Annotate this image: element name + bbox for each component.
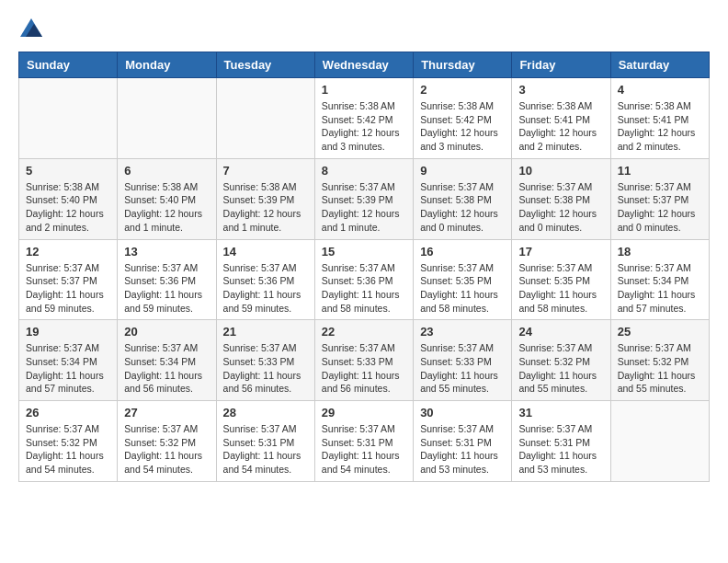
day-info: Sunrise: 5:37 AM Sunset: 5:32 PM Dayligh… xyxy=(26,422,110,477)
page-header xyxy=(18,18,710,37)
calendar-cell: 8Sunrise: 5:37 AM Sunset: 5:39 PM Daylig… xyxy=(314,158,413,239)
calendar-cell: 12Sunrise: 5:37 AM Sunset: 5:37 PM Dayli… xyxy=(19,239,118,320)
column-header-monday: Monday xyxy=(118,52,216,78)
calendar-cell: 27Sunrise: 5:37 AM Sunset: 5:32 PM Dayli… xyxy=(118,401,216,482)
calendar-cell: 20Sunrise: 5:37 AM Sunset: 5:34 PM Dayli… xyxy=(118,320,216,401)
calendar-cell: 30Sunrise: 5:37 AM Sunset: 5:31 PM Dayli… xyxy=(414,401,512,482)
day-number: 1 xyxy=(322,83,406,97)
day-info: Sunrise: 5:37 AM Sunset: 5:31 PM Dayligh… xyxy=(518,422,603,477)
calendar-cell: 10Sunrise: 5:37 AM Sunset: 5:38 PM Dayli… xyxy=(512,158,610,239)
day-info: Sunrise: 5:38 AM Sunset: 5:40 PM Dayligh… xyxy=(26,180,110,235)
calendar-week-row: 19Sunrise: 5:37 AM Sunset: 5:34 PM Dayli… xyxy=(19,320,710,401)
calendar-cell: 16Sunrise: 5:37 AM Sunset: 5:35 PM Dayli… xyxy=(414,239,512,320)
day-info: Sunrise: 5:37 AM Sunset: 5:31 PM Dayligh… xyxy=(420,422,505,477)
day-number: 23 xyxy=(420,325,505,339)
calendar-week-row: 12Sunrise: 5:37 AM Sunset: 5:37 PM Dayli… xyxy=(19,239,710,320)
calendar-cell: 4Sunrise: 5:38 AM Sunset: 5:41 PM Daylig… xyxy=(610,78,709,159)
calendar-cell: 29Sunrise: 5:37 AM Sunset: 5:31 PM Dayli… xyxy=(314,401,413,482)
calendar-cell: 31Sunrise: 5:37 AM Sunset: 5:31 PM Dayli… xyxy=(512,401,610,482)
day-number: 25 xyxy=(618,325,702,339)
day-number: 21 xyxy=(223,325,308,339)
column-header-tuesday: Tuesday xyxy=(216,52,314,78)
calendar-header-row: SundayMondayTuesdayWednesdayThursdayFrid… xyxy=(19,52,710,78)
column-header-sunday: Sunday xyxy=(19,52,118,78)
day-info: Sunrise: 5:37 AM Sunset: 5:36 PM Dayligh… xyxy=(322,261,406,316)
day-number: 20 xyxy=(124,325,209,339)
column-header-wednesday: Wednesday xyxy=(314,52,413,78)
column-header-friday: Friday xyxy=(512,52,610,78)
day-info: Sunrise: 5:38 AM Sunset: 5:40 PM Dayligh… xyxy=(124,180,209,235)
logo xyxy=(18,18,42,37)
day-number: 2 xyxy=(420,83,505,97)
day-number: 8 xyxy=(322,164,406,178)
day-info: Sunrise: 5:38 AM Sunset: 5:42 PM Dayligh… xyxy=(420,99,505,154)
day-info: Sunrise: 5:37 AM Sunset: 5:32 PM Dayligh… xyxy=(124,422,209,477)
day-number: 14 xyxy=(223,245,308,259)
day-number: 30 xyxy=(420,406,505,419)
day-info: Sunrise: 5:37 AM Sunset: 5:31 PM Dayligh… xyxy=(322,422,406,477)
day-info: Sunrise: 5:37 AM Sunset: 5:32 PM Dayligh… xyxy=(518,341,603,396)
day-info: Sunrise: 5:37 AM Sunset: 5:37 PM Dayligh… xyxy=(618,180,702,235)
calendar-cell: 9Sunrise: 5:37 AM Sunset: 5:38 PM Daylig… xyxy=(414,158,512,239)
calendar-cell: 24Sunrise: 5:37 AM Sunset: 5:32 PM Dayli… xyxy=(512,320,610,401)
day-info: Sunrise: 5:37 AM Sunset: 5:36 PM Dayligh… xyxy=(223,261,308,316)
calendar-cell: 22Sunrise: 5:37 AM Sunset: 5:33 PM Dayli… xyxy=(314,320,413,401)
day-number: 3 xyxy=(518,83,603,97)
day-number: 15 xyxy=(322,245,406,259)
day-number: 26 xyxy=(26,406,110,419)
day-info: Sunrise: 5:38 AM Sunset: 5:41 PM Dayligh… xyxy=(618,99,702,154)
day-info: Sunrise: 5:38 AM Sunset: 5:42 PM Dayligh… xyxy=(322,99,406,154)
day-info: Sunrise: 5:37 AM Sunset: 5:33 PM Dayligh… xyxy=(322,341,406,396)
day-number: 4 xyxy=(618,83,702,97)
day-number: 31 xyxy=(518,406,603,419)
calendar-cell: 7Sunrise: 5:38 AM Sunset: 5:39 PM Daylig… xyxy=(216,158,314,239)
day-info: Sunrise: 5:37 AM Sunset: 5:37 PM Dayligh… xyxy=(26,261,110,316)
day-number: 28 xyxy=(223,406,308,419)
day-info: Sunrise: 5:37 AM Sunset: 5:35 PM Dayligh… xyxy=(420,261,505,316)
day-number: 17 xyxy=(518,245,603,259)
day-info: Sunrise: 5:37 AM Sunset: 5:34 PM Dayligh… xyxy=(26,341,110,396)
day-number: 7 xyxy=(223,164,308,178)
calendar-cell xyxy=(216,78,314,159)
calendar-cell: 15Sunrise: 5:37 AM Sunset: 5:36 PM Dayli… xyxy=(314,239,413,320)
day-info: Sunrise: 5:37 AM Sunset: 5:33 PM Dayligh… xyxy=(223,341,308,396)
calendar-week-row: 5Sunrise: 5:38 AM Sunset: 5:40 PM Daylig… xyxy=(19,158,710,239)
day-number: 11 xyxy=(618,164,702,178)
day-number: 18 xyxy=(618,245,702,259)
calendar-week-row: 26Sunrise: 5:37 AM Sunset: 5:32 PM Dayli… xyxy=(19,401,710,482)
calendar-cell: 14Sunrise: 5:37 AM Sunset: 5:36 PM Dayli… xyxy=(216,239,314,320)
day-info: Sunrise: 5:37 AM Sunset: 5:33 PM Dayligh… xyxy=(420,341,505,396)
day-number: 29 xyxy=(322,406,406,419)
calendar-cell: 13Sunrise: 5:37 AM Sunset: 5:36 PM Dayli… xyxy=(118,239,216,320)
calendar-cell: 5Sunrise: 5:38 AM Sunset: 5:40 PM Daylig… xyxy=(19,158,118,239)
day-number: 24 xyxy=(518,325,603,339)
day-info: Sunrise: 5:37 AM Sunset: 5:35 PM Dayligh… xyxy=(518,261,603,316)
calendar-cell: 28Sunrise: 5:37 AM Sunset: 5:31 PM Dayli… xyxy=(216,401,314,482)
day-info: Sunrise: 5:37 AM Sunset: 5:38 PM Dayligh… xyxy=(518,180,603,235)
day-info: Sunrise: 5:38 AM Sunset: 5:39 PM Dayligh… xyxy=(223,180,308,235)
day-number: 16 xyxy=(420,245,505,259)
calendar-cell: 18Sunrise: 5:37 AM Sunset: 5:34 PM Dayli… xyxy=(610,239,709,320)
day-number: 19 xyxy=(26,325,110,339)
calendar-cell xyxy=(610,401,709,482)
calendar-cell: 1Sunrise: 5:38 AM Sunset: 5:42 PM Daylig… xyxy=(314,78,413,159)
day-number: 10 xyxy=(518,164,603,178)
calendar-cell: 19Sunrise: 5:37 AM Sunset: 5:34 PM Dayli… xyxy=(19,320,118,401)
calendar-table: SundayMondayTuesdayWednesdayThursdayFrid… xyxy=(18,52,710,482)
calendar-cell: 11Sunrise: 5:37 AM Sunset: 5:37 PM Dayli… xyxy=(610,158,709,239)
day-number: 22 xyxy=(322,325,406,339)
day-info: Sunrise: 5:37 AM Sunset: 5:34 PM Dayligh… xyxy=(124,341,209,396)
day-info: Sunrise: 5:37 AM Sunset: 5:34 PM Dayligh… xyxy=(618,261,702,316)
calendar-cell: 2Sunrise: 5:38 AM Sunset: 5:42 PM Daylig… xyxy=(414,78,512,159)
logo-icon xyxy=(20,18,42,37)
day-info: Sunrise: 5:37 AM Sunset: 5:32 PM Dayligh… xyxy=(618,341,702,396)
day-number: 12 xyxy=(26,245,110,259)
day-info: Sunrise: 5:37 AM Sunset: 5:31 PM Dayligh… xyxy=(223,422,308,477)
calendar-cell: 3Sunrise: 5:38 AM Sunset: 5:41 PM Daylig… xyxy=(512,78,610,159)
calendar-cell: 6Sunrise: 5:38 AM Sunset: 5:40 PM Daylig… xyxy=(118,158,216,239)
day-info: Sunrise: 5:38 AM Sunset: 5:41 PM Dayligh… xyxy=(518,99,603,154)
calendar-cell: 21Sunrise: 5:37 AM Sunset: 5:33 PM Dayli… xyxy=(216,320,314,401)
calendar-cell xyxy=(118,78,216,159)
day-info: Sunrise: 5:37 AM Sunset: 5:39 PM Dayligh… xyxy=(322,180,406,235)
calendar-cell: 17Sunrise: 5:37 AM Sunset: 5:35 PM Dayli… xyxy=(512,239,610,320)
